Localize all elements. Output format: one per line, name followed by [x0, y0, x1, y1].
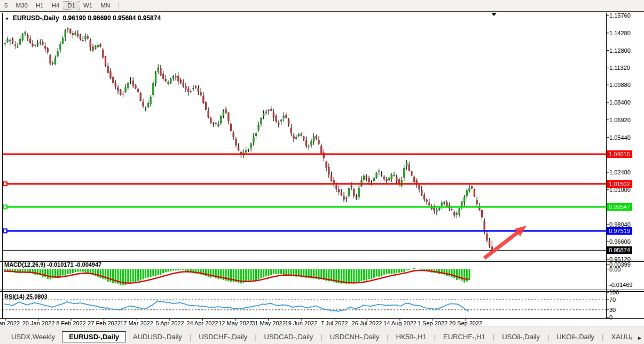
chart-title-symbol: EURUSD-,Daily — [13, 14, 59, 22]
price-tick-label: 1.11320 — [609, 65, 630, 71]
price-tick-label: 1.15760 — [609, 12, 631, 19]
tab-separator: | — [493, 333, 494, 341]
tab-item-10[interactable]: XAUUSD-,Daily — [604, 331, 631, 342]
chart-dropdown-icon[interactable]: ▼ — [5, 17, 9, 21]
chart-title-ohlc: 0.96190 0.96690 0.95684 0.95874 — [63, 14, 161, 22]
tab-item-0[interactable]: USDX,Weekly — [4, 331, 62, 342]
price-tick-label: 1.08400 — [609, 99, 631, 106]
macd-label: MACD(12,26,9) -0.010171 -0.004947 — [4, 261, 101, 268]
tab-scroll-arrows: ◄ ► — [627, 335, 642, 341]
price-tick-label: 1.06920 — [609, 117, 631, 123]
current-price-badge: 0.95874 — [607, 246, 632, 254]
hline-price-badge: 0.99547 — [607, 203, 632, 211]
macd-scale-label: 0.00 — [609, 266, 621, 273]
price-tick-label: 1.09880 — [609, 82, 631, 88]
price-tick-label: 1.05440 — [609, 134, 631, 141]
tab-separator: | — [255, 333, 256, 341]
rsi-label: RSI(14) 25.0803 — [4, 293, 48, 300]
tab-item-1[interactable]: EURUSD-,Daily — [62, 331, 126, 342]
tab-item-4[interactable]: USDCAD-,Daily — [257, 331, 320, 342]
rsi-scale-label: 30 — [609, 307, 616, 313]
hline-price-badge: 1.04015 — [607, 150, 632, 158]
price-tick-label: 1.02480 — [609, 169, 631, 175]
tab-item-8[interactable]: USOil-,Daily — [495, 331, 547, 342]
price-tick-label: 1.12800 — [609, 47, 631, 54]
rsi-scale-label: 0 — [609, 314, 612, 321]
tab-separator: | — [434, 333, 436, 341]
tab-separator: | — [387, 333, 388, 341]
tab-scroll-left-icon[interactable]: ◄ — [627, 335, 633, 341]
tab-item-3[interactable]: USDCHF-,Daily — [192, 331, 254, 342]
symbol-tabbar: USDX,WeeklyEURUSD-,DailyAUDUSD-,Daily|US… — [0, 326, 644, 344]
rsi-scale-label: 70 — [609, 297, 616, 303]
tab-separator: | — [547, 333, 549, 341]
chart-canvas[interactable] — [0, 0, 644, 344]
tab-item-2[interactable]: AUDUSD-,Daily — [126, 331, 189, 342]
price-tick-label: 1.14280 — [609, 30, 631, 36]
macd-scale-label: -0.01469 — [609, 282, 632, 288]
tab-item-7[interactable]: EURCHF-,H1 — [436, 331, 492, 342]
trading-terminal-window: 5M30H1H4D1W1MN ▼ EURUSD-,Daily 0.96190 0… — [0, 0, 644, 344]
chart-title: ▼ EURUSD-,Daily 0.96190 0.96690 0.95684 … — [5, 14, 161, 22]
symbol-tabs: USDX,WeeklyEURUSD-,DailyAUDUSD-,Daily|US… — [0, 330, 630, 343]
tab-separator: | — [320, 333, 322, 341]
price-tick-label: 0.96600 — [609, 238, 631, 245]
rsi-scale-label: 100 — [609, 289, 619, 295]
tab-item-9[interactable]: UKOil-,Daily — [549, 331, 601, 342]
tab-separator: | — [602, 333, 603, 341]
tab-item-6[interactable]: HK50-,H1 — [389, 331, 434, 342]
hline-price-badge: 0.97519 — [607, 227, 632, 235]
tab-separator: | — [190, 333, 191, 341]
hline-price-badge: 1.01502 — [607, 180, 632, 188]
tab-scroll-right-icon[interactable]: ► — [637, 335, 642, 341]
tab-item-5[interactable]: USDCNH-,Daily — [323, 331, 386, 342]
